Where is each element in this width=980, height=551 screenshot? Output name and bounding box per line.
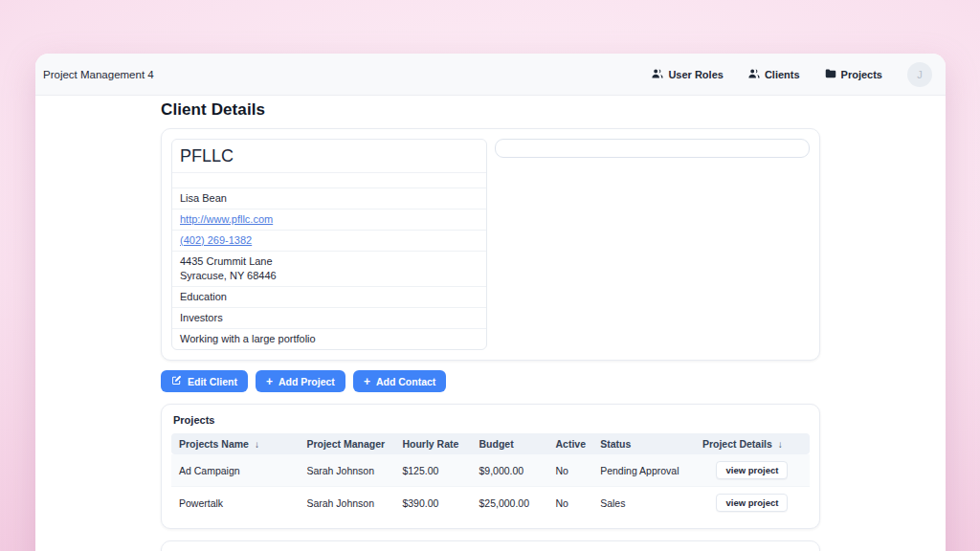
col-project-manager[interactable]: Project Manager	[299, 433, 394, 454]
client-address-line2: Syracuse, NY 68446	[180, 269, 479, 283]
users-icon	[748, 68, 760, 81]
project-action-cell: view project	[695, 487, 810, 519]
add-contact-label: Add Contact	[376, 376, 435, 387]
client-industry: Education	[172, 287, 486, 308]
client-address: 4435 Crummit Lane Syracuse, NY 68446	[172, 252, 486, 287]
project-active-cell: No	[548, 487, 593, 519]
client-details-card: PFLLC Lisa Bean http://www.pfllc.com (40…	[161, 128, 820, 361]
add-contact-button[interactable]: + Add Contact	[353, 370, 446, 392]
plus-icon: +	[266, 377, 273, 386]
project-active-cell: No	[548, 454, 593, 487]
projects-header-row: Projects Name↓ Project Manager Hourly Ra…	[171, 433, 810, 454]
client-phone-row: (402) 269-1382	[172, 231, 486, 252]
view-project-button[interactable]: view project	[716, 494, 788, 512]
top-navbar: Project Management 4 User Roles Clients …	[35, 54, 946, 96]
client-name: PFLLC	[172, 140, 486, 173]
add-project-button[interactable]: + Add Project	[256, 370, 345, 392]
contacts-card: Contacts Contacts Name↓ Email Occupation…	[161, 540, 820, 551]
client-phone-link[interactable]: (402) 269-1382	[180, 234, 252, 246]
project-name-cell: Powertalk	[171, 487, 299, 519]
col-hourly-rate[interactable]: Hourly Rate	[394, 433, 471, 454]
project-budget-cell: $9,000.00	[471, 454, 547, 487]
project-status-cell: Sales	[592, 487, 695, 519]
nav-item-user-roles[interactable]: User Roles	[652, 68, 723, 81]
project-row: Ad Campaign Sarah Johnson $125.00 $9,000…	[171, 454, 810, 487]
client-website-link[interactable]: http://www.pfllc.com	[180, 213, 273, 225]
nav-item-label: Clients	[765, 69, 800, 80]
nav-item-projects[interactable]: Projects	[825, 68, 882, 81]
plus-icon: +	[364, 377, 370, 386]
projects-card: Projects Projects Name↓ Project Manager …	[161, 404, 820, 529]
edit-icon	[171, 375, 182, 387]
client-notes: Working with a large portfolio	[172, 329, 486, 349]
project-hourly-rate-cell: $125.00	[394, 454, 471, 487]
project-hourly-rate-cell: $390.00	[394, 487, 471, 519]
add-project-label: Add Project	[278, 376, 335, 387]
view-project-button[interactable]: view project	[716, 461, 788, 479]
project-row: Powertalk Sarah Johnson $390.00 $25,000.…	[171, 487, 810, 519]
project-status-cell: Pending Approval	[592, 454, 695, 487]
col-project-details[interactable]: Project Details↓	[695, 433, 810, 454]
projects-table: Projects Name↓ Project Manager Hourly Ra…	[171, 433, 810, 518]
nav-item-clients[interactable]: Clients	[748, 68, 800, 81]
app-window: Project Management 4 User Roles Clients …	[35, 54, 946, 551]
nav-item-label: User Roles	[668, 69, 723, 80]
projects-section-title: Projects	[173, 414, 810, 426]
client-website-row: http://www.pfllc.com	[172, 209, 486, 231]
sort-descending-icon: ↓	[778, 439, 783, 450]
folder-icon	[825, 68, 836, 81]
nav-item-label: Projects	[841, 69, 882, 80]
user-avatar[interactable]: J	[907, 62, 932, 87]
sort-descending-icon: ↓	[255, 439, 259, 450]
project-manager-cell: Sarah Johnson	[299, 487, 394, 519]
client-actions: Edit Client + Add Project + Add Contact	[161, 370, 820, 392]
project-budget-cell: $25,000.00	[471, 487, 547, 519]
client-address-line1: 4435 Crummit Lane	[180, 254, 479, 269]
edit-client-label: Edit Client	[188, 376, 237, 387]
col-status[interactable]: Status	[592, 433, 695, 454]
edit-client-button[interactable]: Edit Client	[161, 370, 248, 392]
project-manager-cell: Sarah Johnson	[299, 454, 394, 487]
client-category: Investors	[172, 308, 486, 329]
client-info-list: PFLLC Lisa Bean http://www.pfllc.com (40…	[171, 139, 487, 350]
client-empty-field	[172, 173, 486, 188]
app-title: Project Management 4	[43, 69, 154, 80]
col-projects-name[interactable]: Projects Name↓	[171, 433, 299, 454]
page-title: Client Details	[161, 100, 820, 120]
main-content: Client Details PFLLC Lisa Bean http://ww…	[161, 100, 820, 551]
client-contact-person: Lisa Bean	[172, 188, 486, 209]
client-side-panel	[495, 139, 810, 350]
col-active[interactable]: Active	[548, 433, 593, 454]
client-side-input[interactable]	[495, 139, 810, 158]
navbar-right: User Roles Clients Projects J	[652, 62, 932, 87]
project-action-cell: view project	[695, 454, 810, 487]
users-icon	[652, 68, 663, 81]
col-budget[interactable]: Budget	[471, 433, 547, 454]
project-name-cell: Ad Campaign	[171, 454, 299, 487]
